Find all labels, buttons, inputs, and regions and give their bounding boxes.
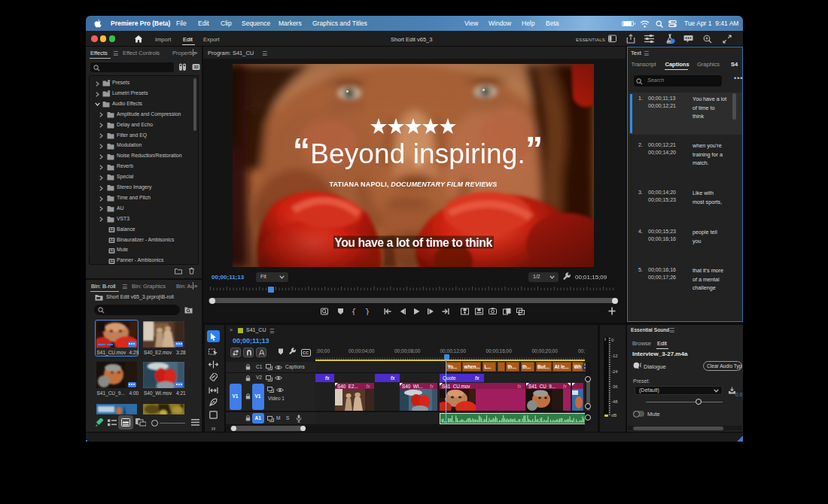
svg-text:}: } [364,308,369,316]
svg-text:Beyond inspiring.: Beyond inspiring. [310,138,525,169]
svg-text:TATIANA NAPOLI, DOCUMENTARY FI: TATIANA NAPOLI, DOCUMENTARY FILM REVIEWS [330,181,498,188]
svg-text:“: “ [293,131,310,170]
svg-text:”: ” [525,129,543,169]
svg-text:{: { [351,308,355,316]
svg-text:You have a lot of time to thin: You have a lot of time to think [334,236,492,249]
svg-text:32: 32 [193,65,198,69]
